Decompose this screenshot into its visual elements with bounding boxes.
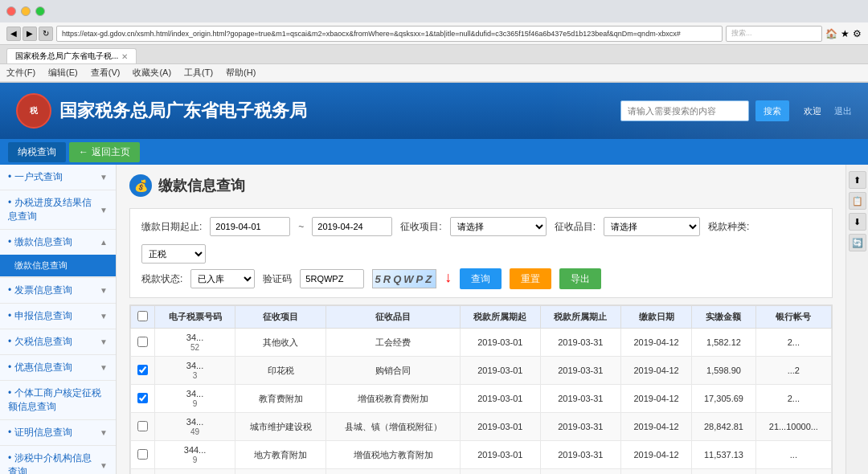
tax-product-label: 征收品目:	[555, 220, 596, 234]
th-product: 征收品目	[326, 306, 460, 329]
maximize-btn[interactable]	[35, 6, 45, 16]
sidebar-header-pref[interactable]: • 优惠信息查询 ▼	[0, 355, 116, 380]
sidebar-header-progress[interactable]: • 办税进度及结果信息查询 ▼	[0, 190, 116, 229]
reset-btn[interactable]: 重置	[510, 268, 551, 289]
tab-close-btn[interactable]: ✕	[121, 52, 128, 61]
site-header: 税 国家税务总局广东省电子税务局 搜索 欢迎 退出	[0, 83, 868, 139]
sidebar-item-payment-query[interactable]: 缴款信息查询	[0, 255, 116, 277]
chevron-icon-0: ▼	[100, 173, 108, 182]
sidebar-header-payment[interactable]: • 缴款信息查询 ▲	[0, 230, 116, 255]
toolbar-btn-4[interactable]: 🔄	[849, 234, 866, 251]
sidebar-section-cert: • 证明信息查询 ▼	[0, 420, 116, 446]
star-icon[interactable]: ★	[841, 28, 850, 39]
td-checkbox-5	[131, 469, 155, 475]
td-product-4: 增值税地方教育附加	[326, 441, 460, 469]
logo-text: 税	[30, 105, 38, 116]
sidebar-label-pref: • 优惠信息查询	[8, 361, 72, 374]
verify-code-input[interactable]	[300, 269, 364, 288]
menu-help[interactable]: 帮助(H)	[226, 67, 256, 79]
td-period-start-3: 2019-03-01	[460, 413, 540, 441]
menu-tools[interactable]: 工具(T)	[184, 67, 213, 79]
td-amount-0: 1,582.12	[692, 329, 755, 357]
table-row: 34...8 个人所得税 工资薪金所得 2019-03-01 2019-03-3…	[131, 469, 832, 475]
sidebar-header-arrear[interactable]: • 欠税信息查询 ▼	[0, 329, 116, 354]
page-icon-symbol: 💰	[134, 179, 148, 192]
sidebar-header-cert[interactable]: • 证明信息查询 ▼	[0, 420, 116, 445]
date-separator: ~	[298, 221, 304, 232]
row-checkbox-4[interactable]	[137, 449, 148, 460]
sidebar-label-indiv: • 个体工商户核定征税额信息查询	[8, 386, 108, 414]
filter-row-2: 税款状态: 已入库 验证码 5RQWPZ ↓ 查询 重置 导出	[141, 268, 821, 289]
browser-search[interactable]: 搜索...	[726, 26, 822, 42]
sidebar-section-payment: • 缴款信息查询 ▲ 缴款信息查询	[0, 230, 116, 278]
captcha-image[interactable]: 5RQWPZ	[372, 269, 436, 288]
th-amount: 实缴金额	[692, 306, 755, 329]
td-bank-2: 2...	[755, 385, 831, 413]
row-checkbox-0[interactable]	[137, 337, 148, 347]
td-pay-date-0: 2019-04-12	[620, 329, 691, 357]
td-pay-date-3: 2019-04-12	[620, 413, 691, 441]
row-checkbox-2[interactable]	[137, 393, 148, 403]
toolbar-btn-2[interactable]: 📋	[849, 192, 866, 210]
td-period-end-5: 2019-03-31	[540, 469, 620, 475]
menu-file[interactable]: 文件(F)	[6, 67, 35, 79]
sidebar-header-indiv[interactable]: • 个体工商户核定征税额信息查询	[0, 381, 116, 419]
sidebar-header-invoice[interactable]: • 发票信息查询 ▼	[0, 278, 116, 303]
row-checkbox-3[interactable]	[137, 421, 148, 431]
nav-back-home[interactable]: ← 返回主页	[69, 142, 140, 162]
forward-arrow[interactable]: ▶	[23, 27, 37, 41]
data-table: 电子税票号码 征收项目 征收品目 税款所属期起 税款所属期止 缴款日期 实缴金额…	[130, 305, 832, 474]
date-to-input[interactable]	[312, 217, 392, 236]
menu-edit[interactable]: 编辑(E)	[48, 67, 78, 79]
th-period-start: 税款所属期起	[460, 306, 540, 329]
home-icon[interactable]: 🏠	[825, 28, 837, 39]
td-bank-1: ...2	[755, 357, 831, 385]
back-arrow[interactable]: ◀	[6, 27, 21, 41]
row-checkbox-1[interactable]	[137, 365, 148, 375]
td-checkbox-3	[131, 413, 155, 441]
minimize-btn[interactable]	[21, 6, 31, 16]
tax-item-select[interactable]: 请选择	[450, 217, 547, 236]
reload-arrow[interactable]: ↻	[39, 27, 53, 41]
td-item-1: 印花税	[235, 357, 326, 385]
td-product-0: 工会经费	[326, 329, 460, 357]
tab-title: 国家税务总局广东省电子税...	[15, 51, 118, 62]
close-btn[interactable]	[6, 6, 16, 16]
tax-type-select[interactable]: 正税	[141, 244, 206, 264]
table-header: 电子税票号码 征收项目 征收品目 税款所属期起 税款所属期止 缴款日期 实缴金额…	[131, 306, 832, 329]
sidebar-header-agency[interactable]: • 涉税中介机构信息查询 ▼	[0, 446, 116, 474]
tax-product-select[interactable]: 请选择	[604, 217, 700, 236]
td-period-start-0: 2019-03-01	[460, 329, 540, 357]
menu-favorites[interactable]: 收藏夹(A)	[133, 67, 171, 79]
table-row: 34...9 教育费附加 增值税教育费附加 2019-03-01 2019-03…	[131, 385, 832, 413]
chevron-icon-pref: ▼	[100, 363, 108, 372]
right-toolbar: ⬆ 📋 ⬇ 🔄	[845, 165, 868, 474]
export-btn[interactable]: 导出	[559, 268, 601, 289]
page-title: 缴款信息查询	[158, 176, 245, 195]
td-bank-3: 21...10000...	[755, 413, 831, 441]
toolbar-btn-3[interactable]: ⬇	[849, 213, 866, 231]
td-item-2: 教育费附加	[235, 385, 326, 413]
td-product-2: 增值税教育费附加	[326, 385, 460, 413]
active-tab[interactable]: 国家税务总局广东省电子税... ✕	[6, 48, 137, 63]
tax-status-select[interactable]: 已入库	[190, 269, 255, 288]
gear-icon[interactable]: ⚙	[853, 28, 862, 39]
header-logo-area: 税 国家税务总局广东省电子税务局	[16, 93, 307, 129]
address-bar[interactable]: https://etax-gd.gdov.cn/xsmh.html/index_…	[56, 26, 723, 42]
th-period-end: 税款所属期止	[540, 306, 620, 329]
toolbar-btn-1[interactable]: ⬆	[849, 171, 866, 189]
nav-arrows: ◀ ▶ ↻	[6, 27, 53, 41]
sidebar-header-yihu[interactable]: • 一户式查询 ▼	[0, 165, 116, 190]
date-from-input[interactable]	[210, 217, 290, 236]
sidebar-section-agency: • 涉税中介机构信息查询 ▼	[0, 446, 116, 474]
select-all-checkbox[interactable]	[137, 311, 148, 321]
td-period-end-3: 2019-03-31	[540, 413, 620, 441]
site-title: 国家税务总局广东省电子税务局	[59, 99, 307, 123]
chevron-icon-cert: ▼	[100, 428, 108, 437]
nav-tax-query[interactable]: 纳税查询	[8, 142, 66, 162]
query-btn[interactable]: 查询	[460, 268, 502, 289]
menu-view[interactable]: 查看(V)	[91, 67, 121, 79]
td-checkbox-4	[131, 441, 155, 469]
td-bank-4: ...	[755, 441, 831, 469]
sidebar-header-declare[interactable]: • 申报信息查询 ▼	[0, 304, 116, 329]
